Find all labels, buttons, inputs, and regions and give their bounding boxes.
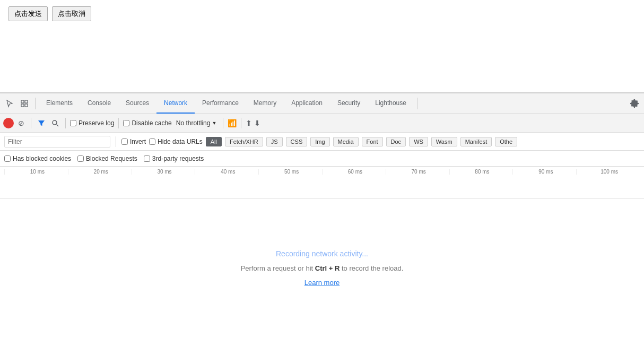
tick-100ms: 100 ms xyxy=(576,169,640,175)
shortcut-text: Ctrl + R xyxy=(315,264,340,272)
third-party-input[interactable] xyxy=(144,155,150,162)
has-blocked-cookies-input[interactable] xyxy=(4,155,11,162)
hide-data-urls-input[interactable] xyxy=(149,139,155,145)
tick-20ms: 20 ms xyxy=(68,169,132,175)
disable-cache-label: Disable cache xyxy=(132,119,171,127)
tabs-row: Elements Console Sources Network Perform… xyxy=(0,93,644,114)
invert-checkbox[interactable]: Invert xyxy=(121,138,146,145)
tabs-divider-2 xyxy=(417,98,417,109)
filter-divider-1 xyxy=(116,136,116,147)
toolbar-divider-1 xyxy=(31,118,31,128)
upload-button[interactable]: ⬆ xyxy=(246,119,252,127)
record-button[interactable] xyxy=(3,118,14,128)
filter-type-fetch-xhr[interactable]: Fetch/XHR xyxy=(225,137,263,146)
hide-data-urls-checkbox[interactable]: Hide data URLs xyxy=(149,138,203,145)
preserve-log-label: Preserve log xyxy=(79,119,114,127)
third-party-label: 3rd-party requests xyxy=(152,155,204,162)
timeline-ticks: 10 ms 20 ms 30 ms 40 ms 50 ms 60 ms 70 m… xyxy=(0,169,644,175)
search-icon[interactable] xyxy=(49,117,61,129)
toolbar-divider-5 xyxy=(241,118,241,128)
tab-sources[interactable]: Sources xyxy=(118,93,156,114)
svg-rect-2 xyxy=(21,104,24,107)
filter-type-doc[interactable]: Doc xyxy=(386,137,406,146)
filter-type-ws[interactable]: WS xyxy=(409,137,428,146)
hint-suffix: to record the reload. xyxy=(340,264,403,272)
tabs-divider-1 xyxy=(35,98,36,109)
tab-elements[interactable]: Elements xyxy=(39,93,80,114)
download-button[interactable]: ⬇ xyxy=(254,119,260,127)
hide-data-urls-label: Hide data URLs xyxy=(158,138,203,145)
blocked-requests-checkbox[interactable]: Blocked Requests xyxy=(77,155,137,162)
tab-lighthouse[interactable]: Lighthouse xyxy=(368,93,414,114)
throttle-label: No throttling xyxy=(176,119,211,127)
tab-performance[interactable]: Performance xyxy=(195,93,246,114)
throttle-chevron-icon: ▼ xyxy=(212,120,216,126)
svg-rect-0 xyxy=(21,100,24,103)
svg-line-5 xyxy=(57,124,59,126)
filter-type-media[interactable]: Media xyxy=(333,137,359,146)
toolbar-divider-2 xyxy=(65,118,66,128)
timeline-area: 10 ms 20 ms 30 ms 40 ms 50 ms 60 ms 70 m… xyxy=(0,167,644,198)
toolbar-row: ⊘ Preserve log Disable cache No throttli… xyxy=(0,114,644,133)
invert-label: Invert xyxy=(130,138,146,145)
settings-icon[interactable] xyxy=(627,96,642,111)
tick-80ms: 80 ms xyxy=(449,169,513,175)
toolbar-divider-3 xyxy=(118,118,119,128)
svg-rect-1 xyxy=(25,100,28,103)
cancel-button[interactable]: 点击取消 xyxy=(52,6,91,21)
filter-type-img[interactable]: Img xyxy=(310,137,329,146)
filter-type-all[interactable]: All xyxy=(206,137,222,146)
tick-50ms: 50 ms xyxy=(258,169,322,175)
svg-rect-3 xyxy=(25,104,28,107)
wifi-icon: 📶 xyxy=(228,119,237,127)
page-area: 点击发送 点击取消 xyxy=(0,0,644,93)
filter-type-css[interactable]: CSS xyxy=(286,137,308,146)
tick-70ms: 70 ms xyxy=(386,169,449,175)
filter-type-wasm[interactable]: Wasm xyxy=(431,137,457,146)
tick-60ms: 60 ms xyxy=(322,169,386,175)
tick-90ms: 90 ms xyxy=(512,169,576,175)
recording-text: Recording network activity... xyxy=(276,249,368,258)
third-party-checkbox[interactable]: 3rd-party requests xyxy=(144,155,204,162)
blocked-requests-input[interactable] xyxy=(77,155,84,162)
tick-40ms: 40 ms xyxy=(195,169,258,175)
filter-type-js[interactable]: JS xyxy=(266,137,283,146)
preserve-log-checkbox[interactable]: Preserve log xyxy=(70,119,114,127)
filter-type-other[interactable]: Othe xyxy=(495,137,517,146)
has-blocked-cookies-label: Has blocked cookies xyxy=(13,155,71,162)
hint-text: Perform a request or hit Ctrl + R to rec… xyxy=(241,264,404,272)
inspect-icon[interactable] xyxy=(17,96,32,111)
cursor-icon[interactable] xyxy=(2,96,17,111)
has-blocked-cookies-checkbox[interactable]: Has blocked cookies xyxy=(4,155,71,162)
disable-cache-checkbox[interactable]: Disable cache xyxy=(123,119,171,127)
tab-application[interactable]: Application xyxy=(284,93,330,114)
stop-button[interactable]: ⊘ xyxy=(16,118,27,128)
disable-cache-input[interactable] xyxy=(123,120,129,126)
filter-icon[interactable] xyxy=(36,117,47,129)
blocked-requests-label: Blocked Requests xyxy=(86,155,137,162)
devtools-panel: Elements Console Sources Network Perform… xyxy=(0,93,644,337)
filter-row: Invert Hide data URLs All Fetch/XHR JS C… xyxy=(0,133,644,151)
main-content: Recording network activity... Perform a … xyxy=(0,198,644,337)
blocked-row: Has blocked cookies Blocked Requests 3rd… xyxy=(0,151,644,167)
filter-type-manifest[interactable]: Manifest xyxy=(460,137,492,146)
tick-10ms: 10 ms xyxy=(4,169,68,175)
tab-console[interactable]: Console xyxy=(80,93,118,114)
filter-input[interactable] xyxy=(4,136,110,148)
tab-security[interactable]: Security xyxy=(330,93,368,114)
tab-memory[interactable]: Memory xyxy=(246,93,284,114)
toolbar-divider-4 xyxy=(223,118,223,128)
learn-more-link[interactable]: Learn more xyxy=(304,279,340,287)
svg-point-4 xyxy=(53,120,57,125)
preserve-log-input[interactable] xyxy=(70,120,76,126)
send-button[interactable]: 点击发送 xyxy=(8,6,48,21)
tab-network[interactable]: Network xyxy=(156,93,195,114)
filter-type-font[interactable]: Font xyxy=(362,137,383,146)
hint-prefix: Perform a request or hit xyxy=(241,264,315,272)
invert-input[interactable] xyxy=(121,139,128,145)
tick-30ms: 30 ms xyxy=(132,169,195,175)
throttle-dropdown[interactable]: No throttling ▼ xyxy=(174,118,219,128)
